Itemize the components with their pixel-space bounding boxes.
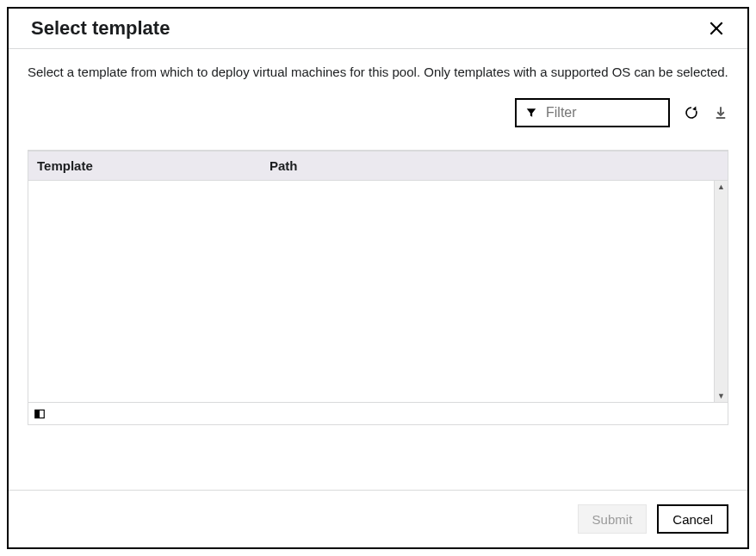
column-header-path[interactable]: Path xyxy=(261,151,728,180)
refresh-icon[interactable] xyxy=(684,105,699,120)
templates-table: Template Path ▲ ▼ xyxy=(28,150,728,425)
submit-button[interactable]: Submit xyxy=(578,504,648,534)
filter-input[interactable] xyxy=(544,104,660,121)
dialog-description: Select a template from which to deploy v… xyxy=(28,65,728,79)
dialog-header: Select template xyxy=(9,9,747,49)
table-footer xyxy=(28,403,728,425)
scrollbar[interactable]: ▲ ▼ xyxy=(714,181,728,402)
dialog-footer: Submit Cancel xyxy=(9,490,747,547)
svg-rect-4 xyxy=(35,410,40,417)
download-icon[interactable] xyxy=(713,105,728,120)
filter-icon xyxy=(525,107,537,119)
dialog-title: Select template xyxy=(31,17,170,40)
table-body xyxy=(28,181,714,402)
column-header-template[interactable]: Template xyxy=(28,151,261,180)
controls-row xyxy=(28,98,728,127)
scroll-up-icon[interactable]: ▲ xyxy=(717,181,725,193)
columns-icon[interactable] xyxy=(34,408,46,420)
cancel-button[interactable]: Cancel xyxy=(657,504,728,534)
select-template-dialog: Select template Select a template from w… xyxy=(7,7,749,549)
scroll-down-icon[interactable]: ▼ xyxy=(717,390,725,402)
table-header-row: Template Path xyxy=(28,151,728,181)
close-icon[interactable] xyxy=(708,20,725,37)
filter-box[interactable] xyxy=(515,98,670,127)
dialog-body: Select a template from which to deploy v… xyxy=(9,49,747,490)
